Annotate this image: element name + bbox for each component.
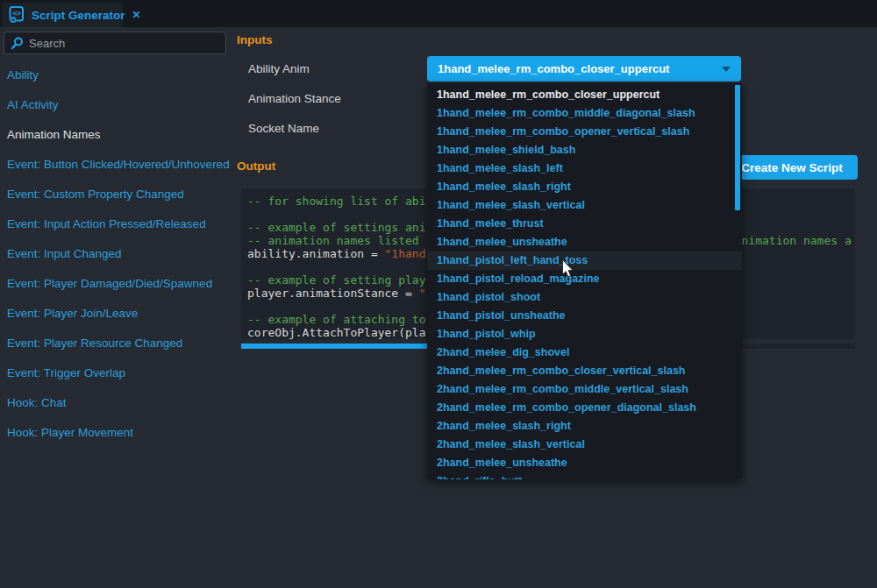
dropdown-option[interactable]: 2hand_melee_slash_vertical (427, 436, 742, 454)
dropdown-option[interactable]: 2hand_melee_rm_combo_middle_vertical_sla… (427, 380, 742, 399)
script-gear-icon: <> (7, 5, 26, 25)
sidebar-item[interactable]: Event: Button Clicked/Hovered/Unhovered (0, 150, 230, 180)
chevron-down-icon (722, 67, 731, 72)
sidebar-item[interactable]: Hook: Player Movement (0, 418, 230, 448)
dropdown-option[interactable]: 2hand_melee_slash_right (427, 417, 742, 436)
create-new-script-button[interactable]: Create New Script (726, 155, 858, 180)
close-icon[interactable]: ✕ (132, 9, 141, 21)
sidebar-item[interactable]: Event: Player Damaged/Died/Spawned (0, 269, 230, 299)
inputs-section-title: Inputs (237, 33, 273, 46)
dropdown-option[interactable]: 1hand_melee_unsheathe (427, 233, 742, 251)
dropdown-selected-value: 1hand_melee_rm_combo_closer_uppercut (438, 62, 722, 75)
dropdown-option-list: 1hand_melee_rm_combo_closer_uppercut1han… (427, 83, 742, 479)
tab-bar: <> Script Generator ✕ (0, 0, 877, 27)
field-label-socket-name: Socket Name (248, 122, 319, 135)
dropdown-option[interactable]: 2hand_rifle_butt (427, 472, 742, 479)
dropdown-option[interactable]: 1hand_pistol_shoot (427, 288, 742, 307)
sidebar-item[interactable]: Event: Player Join/Leave (0, 299, 230, 329)
dropdown-option[interactable]: 1hand_pistol_reload_magazine (427, 270, 742, 288)
field-label-ability-anim: Ability Anim (248, 62, 310, 75)
dropdown-option[interactable]: 1hand_melee_slash_vertical (427, 196, 742, 215)
sidebar-item[interactable]: Event: Input Changed (0, 239, 230, 269)
sidebar-item[interactable]: Hook: Chat (0, 388, 230, 418)
dropdown-option[interactable]: 1hand_melee_slash_right (427, 178, 742, 196)
dropdown-scrollbar-thumb[interactable] (735, 85, 740, 210)
sidebar-item[interactable]: Ability (0, 60, 230, 90)
dropdown-option[interactable]: 1hand_melee_shield_bash (427, 141, 742, 159)
dropdown-option[interactable]: 2hand_melee_rm_combo_opener_diagonal_sla… (427, 399, 742, 417)
field-label-animation-stance: Animation Stance (248, 92, 341, 105)
dropdown-option[interactable]: 2hand_melee_unsheathe (427, 454, 742, 472)
dropdown-option[interactable]: 1hand_pistol_left_hand_toss (427, 251, 742, 270)
sidebar-item[interactable]: Event: Trigger Overlap (0, 358, 230, 388)
search-box[interactable] (4, 32, 226, 54)
dropdown-option[interactable]: 1hand_melee_rm_combo_middle_diagonal_sla… (427, 104, 742, 123)
dropdown-option[interactable]: 1hand_melee_rm_combo_opener_vertical_sla… (427, 123, 742, 141)
dropdown-option[interactable]: 1hand_melee_slash_left (427, 159, 742, 178)
output-section-title: Output (237, 159, 275, 173)
ability-anim-dropdown[interactable]: 1hand_melee_rm_combo_closer_uppercut (427, 56, 741, 81)
search-input[interactable] (29, 37, 204, 50)
dropdown-option[interactable]: 1hand_melee_thrust (427, 215, 742, 233)
sidebar-item[interactable]: Animation Names (0, 120, 230, 150)
tab-title: Script Generator (32, 9, 125, 22)
tab-script-generator[interactable]: <> Script Generator ✕ (2, 3, 123, 27)
search-icon (11, 37, 24, 50)
sidebar-item[interactable]: Event: Player Resource Changed (0, 329, 230, 358)
sidebar-item[interactable]: Event: Input Action Pressed/Released (0, 209, 230, 239)
dropdown-option[interactable]: 1hand_pistol_unsheathe (427, 307, 742, 325)
dropdown-option[interactable]: 2hand_melee_rm_combo_closer_vertical_sla… (427, 362, 742, 380)
dropdown-option[interactable]: 2hand_melee_dig_shovel (427, 344, 742, 362)
dropdown-option[interactable]: 1hand_melee_rm_combo_closer_uppercut (427, 86, 742, 104)
category-list: AbilityAI ActivityAnimation NamesEvent: … (0, 60, 230, 448)
sidebar-item[interactable]: Event: Custom Property Changed (0, 180, 230, 209)
svg-text:<>: <> (12, 10, 21, 18)
sidebar-item[interactable]: AI Activity (0, 90, 230, 120)
dropdown-option[interactable]: 1hand_pistol_whip (427, 325, 742, 344)
script-generator-window: <> Script Generator ✕ AbilityAI Activity… (0, 0, 877, 588)
